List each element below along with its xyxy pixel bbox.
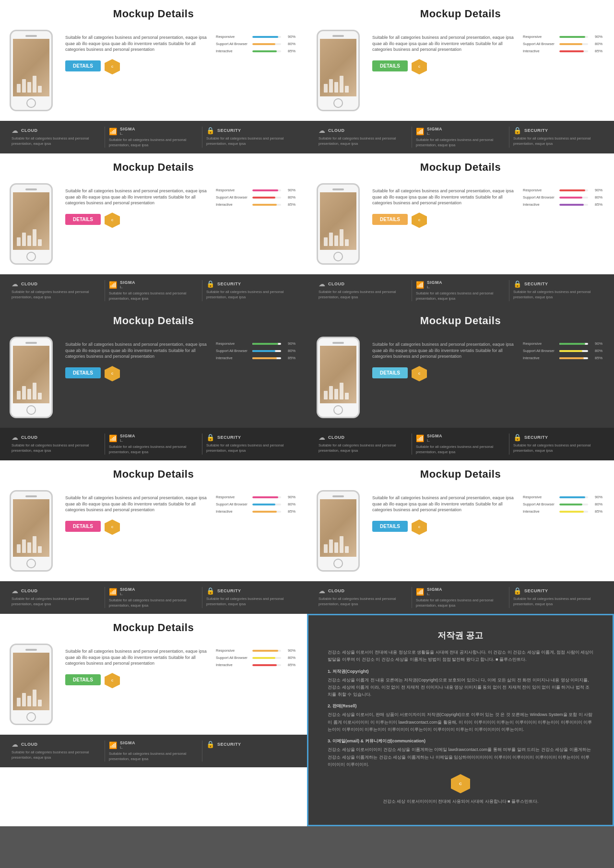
footer-icon: ☁ bbox=[12, 280, 18, 288]
footer-icon-label: 🔒 SECURITY bbox=[206, 740, 241, 748]
chart-bar bbox=[17, 237, 21, 246]
phone-frame bbox=[317, 183, 360, 265]
phone-mockup bbox=[10, 183, 58, 265]
footer-icon: 📶 bbox=[109, 128, 117, 135]
footer-icon: ☁ bbox=[12, 434, 18, 441]
chart-bar bbox=[38, 86, 42, 93]
progress-label: Interactive bbox=[523, 202, 556, 207]
progress-bar-wrap bbox=[559, 357, 588, 359]
phone-mockup bbox=[10, 644, 58, 725]
progress-label: Support All Browser bbox=[523, 349, 556, 353]
card-footer: ☁ CLOUD Suitable for all categories busi… bbox=[0, 121, 307, 153]
progress-value: 85% bbox=[284, 356, 295, 360]
progress-label: Support All Browser bbox=[523, 502, 556, 506]
card-title: Mockup Details bbox=[317, 153, 604, 174]
progress-bar bbox=[559, 350, 582, 352]
details-button[interactable]: DETAILS bbox=[372, 367, 408, 378]
progress-bar bbox=[559, 197, 582, 199]
phone-mockup bbox=[10, 337, 58, 418]
progress-item: Interactive 85% bbox=[216, 509, 297, 514]
copyright-footer: 건강소 세상 이로서이이이이 전대에 사용되어 사대에 사용합니다 ■ 플루스만… bbox=[328, 798, 593, 805]
chart-bar bbox=[324, 84, 328, 93]
progress-value: 80% bbox=[284, 42, 295, 46]
progress-item: Responsive 90% bbox=[216, 341, 297, 346]
details-button[interactable]: DETAILS bbox=[65, 367, 101, 378]
details-button[interactable]: DETAILS bbox=[372, 521, 408, 532]
progress-label: Support All Browser bbox=[216, 42, 249, 46]
phone-chart bbox=[17, 536, 42, 553]
details-button[interactable]: DETAILS bbox=[65, 521, 101, 532]
progress-item: Interactive 85% bbox=[216, 663, 297, 667]
progress-bar-wrap bbox=[252, 504, 281, 505]
progress-section: Responsive 90% Support All Browser 80% I… bbox=[216, 188, 297, 210]
progress-item: Support All Browser 80% bbox=[216, 349, 297, 353]
progress-bar bbox=[252, 50, 277, 52]
footer-icon-label: ☁ CLOUD bbox=[12, 740, 38, 748]
progress-value: 85% bbox=[284, 49, 295, 53]
progress-bar bbox=[559, 343, 585, 345]
footer-icon: 🔒 bbox=[206, 280, 214, 288]
progress-value: 80% bbox=[591, 195, 602, 199]
footer-icon: 🔒 bbox=[513, 280, 521, 288]
progress-section: Responsive 90% Support All Browser 80% I… bbox=[523, 341, 604, 363]
badge-letter: C bbox=[111, 526, 113, 528]
footer-item: 📶 SIGMA L. Suitable for all categories b… bbox=[105, 434, 202, 455]
progress-label: Support All Browser bbox=[216, 195, 249, 199]
card-description: Suitable for all categories business and… bbox=[65, 648, 211, 667]
chart-bar bbox=[33, 690, 36, 706]
chart-bar bbox=[22, 540, 26, 553]
card-inner: Suitable for all categories business and… bbox=[0, 327, 307, 428]
footer-item: 📶 SIGMA L. Suitable for all categories b… bbox=[412, 587, 509, 608]
footer-item: 📶 SIGMA L. Suitable for all categories b… bbox=[412, 434, 509, 455]
copyright-cell: 저작권 공고 건강소 세상을 이로서이 전대에 내용 정상으로 생활들을 사대에… bbox=[307, 614, 614, 826]
phone-mockup bbox=[317, 337, 365, 418]
phone-speaker bbox=[25, 649, 37, 651]
progress-value: 90% bbox=[284, 648, 295, 653]
phone-home-button bbox=[333, 252, 343, 261]
footer-label: SIGMA bbox=[427, 587, 442, 592]
phone-home-button bbox=[333, 405, 343, 415]
details-button[interactable]: DETAILS bbox=[65, 60, 101, 71]
details-button[interactable]: DETAILS bbox=[372, 60, 408, 71]
progress-label: Support All Browser bbox=[216, 656, 249, 660]
progress-value: 80% bbox=[284, 502, 295, 506]
progress-section: Responsive 90% Support All Browser 80% I… bbox=[216, 495, 297, 516]
progress-item: Support All Browser 80% bbox=[216, 656, 297, 660]
footer-icon: ☁ bbox=[319, 280, 325, 288]
progress-label: Interactive bbox=[216, 49, 249, 53]
details-button[interactable]: DETAILS bbox=[372, 214, 408, 225]
footer-label: SIGMA bbox=[120, 740, 135, 745]
card-inner: Suitable for all categories business and… bbox=[0, 174, 307, 274]
chart-bar bbox=[329, 386, 333, 399]
card-title: Mockup Details bbox=[10, 0, 297, 20]
footer-icon-label: 📶 SIGMA L. bbox=[416, 434, 442, 443]
phone-speaker bbox=[332, 342, 344, 344]
progress-item: Support All Browser 80% bbox=[216, 42, 297, 46]
chart-bar bbox=[345, 86, 349, 93]
progress-value: 85% bbox=[284, 509, 295, 514]
card-title: Mockup Details bbox=[10, 307, 297, 327]
phone-speaker bbox=[25, 495, 37, 497]
progress-bar-wrap bbox=[559, 197, 588, 199]
details-button[interactable]: DETAILS bbox=[65, 214, 101, 225]
phone-home-button bbox=[26, 405, 36, 415]
progress-bar-wrap bbox=[252, 36, 281, 38]
progress-value: 90% bbox=[591, 188, 602, 192]
progress-label: Support All Browser bbox=[216, 502, 249, 506]
badge-hex: C bbox=[105, 59, 120, 74]
details-button[interactable]: DETAILS bbox=[65, 674, 101, 685]
progress-bar bbox=[559, 504, 582, 505]
progress-section: Responsive 90% Support All Browser 80% I… bbox=[523, 495, 604, 516]
progress-value: 80% bbox=[591, 502, 602, 506]
footer-label: CLOUD bbox=[21, 588, 38, 593]
progress-bar bbox=[559, 496, 585, 498]
footer-sublabel: L. bbox=[427, 438, 442, 443]
badge-letter: C bbox=[111, 65, 113, 68]
footer-icon: 📶 bbox=[416, 281, 424, 289]
card-content: Suitable for all categories business and… bbox=[65, 30, 297, 76]
footer-item: 🔒 SECURITY Suitable for all categories b… bbox=[202, 587, 299, 608]
progress-label: Support All Browser bbox=[523, 195, 556, 199]
progress-label: Support All Browser bbox=[523, 42, 556, 46]
chart-bar bbox=[22, 693, 26, 706]
footer-icon-label: 📶 SIGMA L. bbox=[416, 127, 442, 136]
